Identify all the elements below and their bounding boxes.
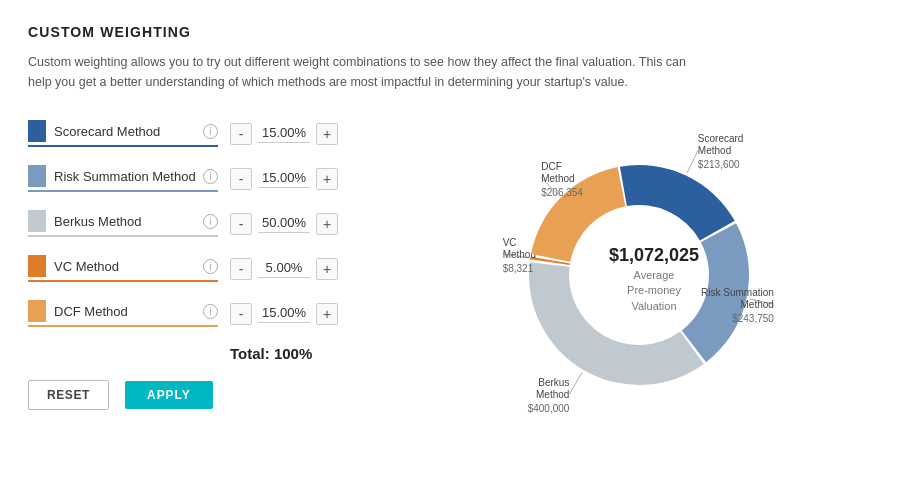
donut-segment-2	[529, 262, 704, 385]
method-name-scorecard: Scorecard Method	[54, 124, 198, 139]
method-color-scorecard	[28, 120, 46, 142]
method-row-scorecard: Scorecard Method i - 15.00% +	[28, 120, 428, 147]
svg-line-2	[569, 373, 582, 395]
increase-btn-scorecard[interactable]: +	[316, 123, 338, 145]
methods-section: Scorecard Method i - 15.00% + Risk Summa…	[28, 120, 428, 410]
decrease-btn-berkus[interactable]: -	[230, 213, 252, 235]
method-name-berkus: Berkus Method	[54, 214, 198, 229]
donut-segment-0	[620, 165, 735, 241]
decrease-btn-dcf[interactable]: -	[230, 303, 252, 325]
method-label-dcf: DCF Method i	[28, 300, 218, 327]
method-label-scorecard: Scorecard Method i	[28, 120, 218, 147]
chart-label-0: ScorecardMethod	[698, 133, 744, 156]
increase-btn-risk[interactable]: +	[316, 168, 338, 190]
info-icon-risk[interactable]: i	[203, 169, 218, 184]
decrease-btn-risk[interactable]: -	[230, 168, 252, 190]
info-icon-vc[interactable]: i	[203, 259, 218, 274]
page-description: Custom weighting allows you to try out d…	[28, 52, 708, 92]
weight-control-berkus: - 50.00% +	[230, 213, 338, 235]
increase-btn-berkus[interactable]: +	[316, 213, 338, 235]
donut-svg: ScorecardMethod$213,600Risk SummationMet…	[484, 120, 824, 440]
main-content: Scorecard Method i - 15.00% + Risk Summa…	[28, 120, 870, 440]
info-icon-scorecard[interactable]: i	[203, 124, 218, 139]
chart-value-1: $243,750	[732, 313, 774, 324]
info-icon-dcf[interactable]: i	[203, 304, 218, 319]
button-row: RESET APPLY	[28, 380, 428, 410]
weight-value-scorecard: 15.00%	[258, 125, 310, 143]
info-icon-berkus[interactable]: i	[203, 214, 218, 229]
total-display: Total: 100%	[230, 345, 428, 362]
method-color-dcf	[28, 300, 46, 322]
method-row-risk: Risk Summation Method i - 15.00% +	[28, 165, 428, 192]
chart-label-2: BerkusMethod	[536, 377, 569, 400]
method-label-vc: VC Method i	[28, 255, 218, 282]
method-row-dcf: DCF Method i - 15.00% +	[28, 300, 428, 327]
method-name-vc: VC Method	[54, 259, 198, 274]
method-color-vc	[28, 255, 46, 277]
method-label-risk: Risk Summation Method i	[28, 165, 218, 192]
apply-button[interactable]: APPLY	[125, 381, 213, 409]
method-name-dcf: DCF Method	[54, 304, 198, 319]
method-name-risk: Risk Summation Method	[54, 169, 198, 184]
increase-btn-vc[interactable]: +	[316, 258, 338, 280]
method-row-berkus: Berkus Method i - 50.00% +	[28, 210, 428, 237]
chart-label-4: DCFMethod	[541, 161, 574, 184]
chart-section: ScorecardMethod$213,600Risk SummationMet…	[438, 120, 870, 440]
decrease-btn-vc[interactable]: -	[230, 258, 252, 280]
weight-control-vc: - 5.00% +	[230, 258, 338, 280]
chart-value-2: $400,000	[528, 403, 570, 414]
method-color-risk	[28, 165, 46, 187]
svg-line-0	[687, 150, 698, 173]
weight-value-risk: 15.00%	[258, 170, 310, 188]
increase-btn-dcf[interactable]: +	[316, 303, 338, 325]
weight-control-scorecard: - 15.00% +	[230, 123, 338, 145]
chart-value-3: $8,321	[503, 263, 534, 274]
chart-label-3: VCMethod	[503, 237, 536, 260]
main-card: CUSTOM WEIGHTING Custom weighting allows…	[0, 0, 898, 503]
weight-value-vc: 5.00%	[258, 260, 310, 278]
donut-chart: ScorecardMethod$213,600Risk SummationMet…	[484, 120, 824, 440]
method-color-berkus	[28, 210, 46, 232]
weight-control-dcf: - 15.00% +	[230, 303, 338, 325]
page-title: CUSTOM WEIGHTING	[28, 24, 870, 40]
weight-value-dcf: 15.00%	[258, 305, 310, 323]
weight-value-berkus: 50.00%	[258, 215, 310, 233]
weight-control-risk: - 15.00% +	[230, 168, 338, 190]
method-label-berkus: Berkus Method i	[28, 210, 218, 237]
chart-value-4: $206,354	[541, 187, 583, 198]
chart-value-0: $213,600	[698, 159, 740, 170]
decrease-btn-scorecard[interactable]: -	[230, 123, 252, 145]
reset-button[interactable]: RESET	[28, 380, 109, 410]
method-row-vc: VC Method i - 5.00% +	[28, 255, 428, 282]
